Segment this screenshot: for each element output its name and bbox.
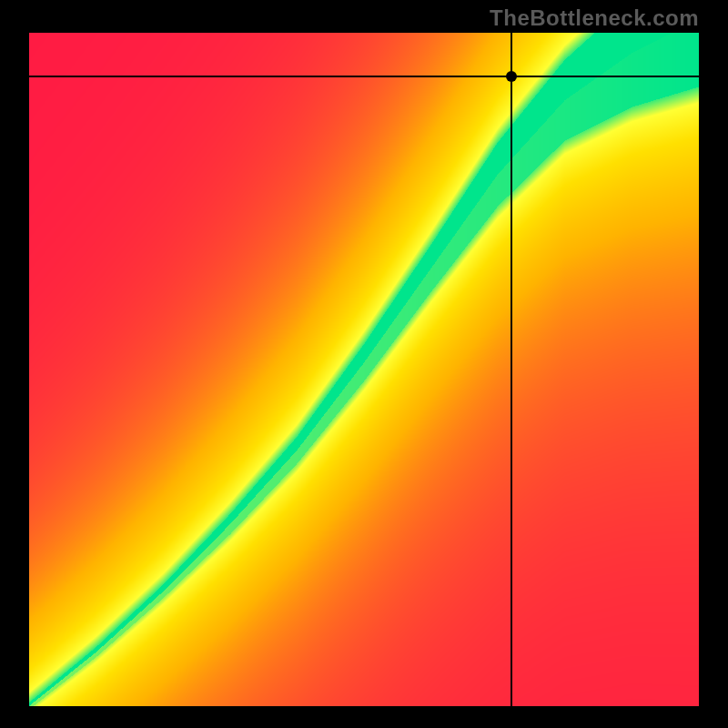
crosshair-marker — [506, 71, 517, 82]
crosshair-vertical — [511, 33, 512, 706]
crosshair-horizontal — [29, 76, 699, 77]
watermark-text: TheBottleneck.com — [490, 5, 699, 31]
heatmap-canvas — [29, 33, 699, 706]
heatmap-plot — [29, 33, 699, 706]
chart-frame: TheBottleneck.com — [0, 0, 728, 728]
